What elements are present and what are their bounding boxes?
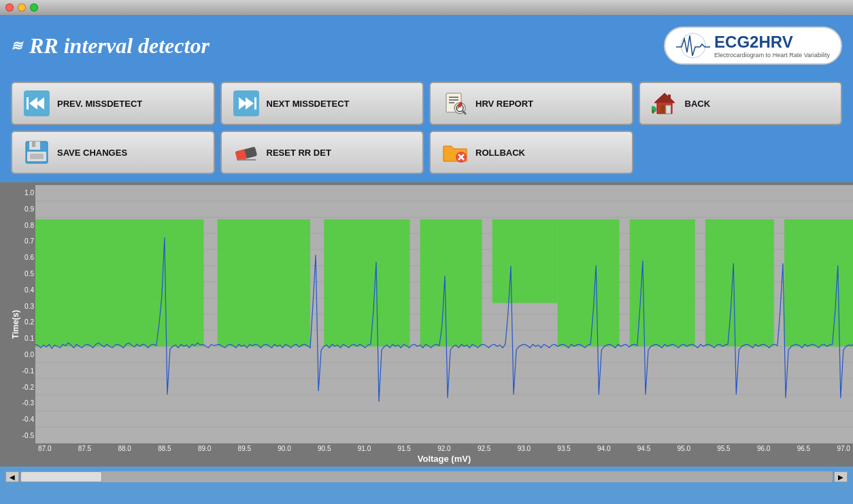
x-tick-14: 94.0 (597, 445, 610, 452)
reset-rr-label: RESET RR DET (267, 148, 331, 158)
y-tick-07: 0.7 (1, 237, 34, 245)
save-icon (23, 139, 50, 166)
save-changes-label: SAVE CHANGES (57, 148, 127, 158)
y-tick-05: 0.5 (1, 270, 34, 278)
y-tick-n03: -0.3 (1, 399, 34, 407)
svg-rect-25 (652, 110, 654, 114)
home-icon (651, 90, 678, 117)
ecg-logo-icon (676, 32, 710, 59)
svg-rect-63 (784, 219, 853, 346)
svg-rect-58 (420, 219, 482, 346)
logo-brand: ECG2HRV (714, 33, 793, 51)
svg-rect-9 (254, 97, 256, 110)
y-tick-10: 1.0 (1, 189, 34, 197)
svg-rect-62 (705, 219, 774, 346)
scroll-left-button[interactable]: ◀ (5, 471, 19, 482)
svg-rect-5 (27, 97, 29, 110)
svg-rect-60 (558, 219, 620, 346)
y-tick-03: 0.3 (1, 303, 34, 310)
x-tick-19: 96.5 (797, 445, 810, 452)
maximize-btn[interactable] (30, 3, 38, 12)
svg-rect-21 (666, 105, 671, 114)
y-axis-label: Time(s) (11, 310, 20, 339)
title-bar (0, 0, 853, 15)
y-tick-n01: -0.1 (1, 367, 34, 375)
rollback-label: ROLLBACK (475, 148, 525, 158)
logo-area: ECG2HRV Electrocardiogram to Heart Rate … (664, 27, 842, 65)
toolbar: PREV. MISSDETECT NEXT MISSDETECT (0, 76, 853, 182)
y-tick-n04: -0.4 (1, 416, 34, 423)
ecg-chart (35, 185, 853, 443)
scrollbar-track[interactable] (20, 471, 833, 482)
svg-rect-56 (218, 219, 310, 346)
prev-missdetect-label: PREV. MISSDETECT (57, 99, 142, 109)
logo-box: ECG2HRV Electrocardiogram to Heart Rate … (664, 27, 842, 65)
next-missdetect-label: NEXT MISSDETECT (267, 99, 350, 109)
svg-rect-57 (324, 219, 409, 346)
x-tick-3: 88.5 (158, 445, 171, 452)
eraser-icon (233, 139, 260, 166)
save-changes-button[interactable]: SAVE CHANGES (11, 131, 215, 174)
x-tick-20: 97.0 (837, 445, 850, 452)
svg-rect-59 (492, 219, 558, 303)
x-tick-1: 87.5 (78, 445, 91, 452)
x-tick-6: 90.0 (278, 445, 290, 452)
minimize-btn[interactable] (18, 3, 26, 12)
report-icon (441, 90, 469, 117)
svg-line-17 (463, 111, 466, 114)
fastforward-icon (233, 90, 260, 117)
x-axis-label: Voltage (mV) (35, 454, 853, 467)
x-tick-7: 90.5 (318, 445, 331, 452)
next-missdetect-button[interactable]: NEXT MISSDETECT (220, 82, 424, 125)
x-tick-11: 92.5 (478, 445, 490, 452)
scroll-right-button[interactable]: ▶ (834, 471, 848, 482)
x-tick-16: 95.0 (678, 445, 690, 452)
x-tick-8: 91.0 (358, 445, 371, 452)
app-title: ≋ RR interval detector (11, 33, 210, 58)
reset-rr-button[interactable]: RESET RR DET (220, 131, 424, 174)
back-label: BACK (685, 99, 711, 109)
hrv-report-label: HRV REPORT (475, 99, 533, 109)
rollback-button[interactable]: ROLLBACK (429, 131, 633, 174)
scrollbar-area: ◀ ▶ (0, 467, 853, 487)
close-btn[interactable] (5, 3, 14, 12)
svg-rect-30 (30, 154, 44, 159)
hrv-report-button[interactable]: HRV REPORT (429, 82, 633, 125)
x-tick-5: 89.5 (238, 445, 251, 452)
x-ticks: 87.0 87.5 88.0 88.5 89.0 89.5 90.0 90.5 … (35, 443, 853, 454)
y-tick-00: 0.0 (1, 351, 34, 358)
prev-missdetect-button[interactable]: PREV. MISSDETECT (11, 82, 215, 125)
x-tick-2: 88.0 (118, 445, 131, 452)
x-tick-4: 89.0 (198, 445, 211, 452)
x-tick-12: 93.0 (518, 445, 531, 452)
svg-rect-20 (660, 105, 665, 114)
chart-svg-container (35, 185, 853, 443)
y-tick-n05: -0.5 (1, 432, 34, 439)
y-tick-06: 0.6 (1, 254, 34, 261)
scrollbar-thumb[interactable] (20, 471, 102, 482)
y-tick-09: 0.9 (1, 205, 34, 213)
x-tick-9: 91.5 (397, 445, 410, 452)
y-tick-n02: -0.2 (1, 384, 34, 391)
back-button[interactable]: BACK (639, 82, 843, 125)
x-tick-10: 92.0 (437, 445, 450, 452)
header: ≋ RR interval detector ECG2HRV Electroca… (0, 15, 853, 76)
y-tick-04: 0.4 (1, 286, 34, 294)
svg-rect-28 (32, 141, 35, 147)
x-tick-0: 87.0 (38, 445, 51, 452)
chart-area: Time(s) 1.0 0.9 0.8 0.7 0.6 0.5 0.4 0.3 … (0, 182, 853, 467)
x-tick-15: 94.5 (637, 445, 650, 452)
svg-marker-22 (654, 93, 675, 103)
svg-rect-23 (668, 95, 671, 100)
svg-rect-61 (630, 219, 695, 346)
folder-x-icon (441, 139, 469, 166)
svg-rect-55 (35, 219, 203, 346)
logo-text-area: ECG2HRV Electrocardiogram to Heart Rate … (714, 33, 830, 58)
rewind-icon (23, 90, 50, 117)
app-title-text: RR interval detector (29, 33, 210, 58)
x-tick-18: 96.0 (757, 445, 770, 452)
logo-subtext: Electrocardiogram to Heart Rate Variabil… (714, 52, 830, 58)
x-tick-17: 95.5 (717, 445, 730, 452)
x-tick-13: 93.5 (557, 445, 570, 452)
y-tick-08: 0.8 (1, 222, 34, 229)
